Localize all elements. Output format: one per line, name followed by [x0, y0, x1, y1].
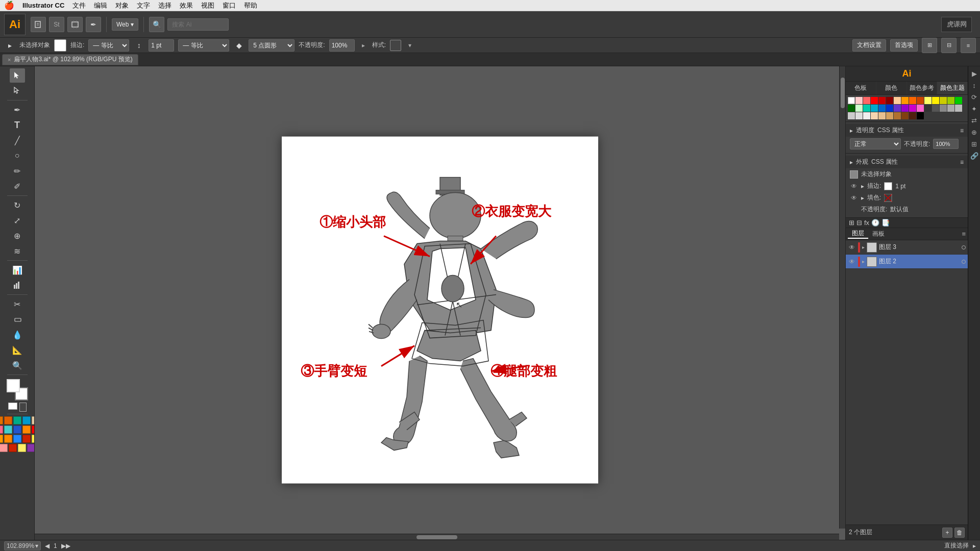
type-tool[interactable]: T [10, 118, 25, 132]
cswatch-16[interactable] [863, 105, 870, 112]
cswatch-33[interactable] [878, 112, 886, 119]
cswatch-27[interactable] [947, 105, 954, 112]
layer3-select-dot[interactable] [962, 245, 966, 249]
cswatch-31[interactable] [863, 112, 870, 119]
hscroll-thumb[interactable] [416, 535, 457, 539]
paint-brush-tool[interactable]: ✏ [10, 164, 25, 178]
cswatch-32[interactable] [871, 112, 878, 119]
layer-item-2[interactable]: 👁 ▸ 图层 2 [846, 255, 968, 269]
zoom-arrow[interactable]: ▾ [35, 542, 38, 549]
cswatch-20[interactable] [894, 105, 901, 112]
cswatch-11[interactable] [940, 97, 947, 104]
document-tab[interactable]: × 扁平人物3.ai* @ 102.89% (RGB/GPU 预览) [2, 54, 138, 65]
cswatch-30[interactable] [855, 112, 863, 119]
strip-icon-5[interactable]: ⇄ [969, 115, 979, 126]
zoom-display[interactable]: 102.899% ▾ [4, 541, 41, 550]
cswatch-10[interactable] [932, 97, 939, 104]
cswatch-7[interactable] [909, 97, 916, 104]
fill-color-swatch[interactable] [884, 194, 892, 202]
tab-color[interactable]: 颜色 [876, 82, 907, 94]
layer3-expand[interactable]: ▸ [862, 244, 865, 250]
horizontal-scrollbar[interactable] [35, 534, 839, 540]
cswatch-21[interactable] [901, 105, 909, 112]
stroke-color-swatch[interactable] [884, 182, 892, 190]
menu-file[interactable]: 文件 [72, 1, 86, 10]
menu-view[interactable]: 视图 [201, 1, 214, 10]
strip-icon-8[interactable]: 🔗 [969, 151, 979, 161]
expand-arrow[interactable]: ▸ [861, 183, 864, 190]
points-shape-select[interactable]: 5 点圆形 [249, 39, 295, 52]
cswatch-14[interactable] [848, 105, 855, 112]
swatch-orange4[interactable] [4, 435, 12, 443]
menu-object[interactable]: 对象 [115, 1, 129, 10]
swatch-darkred[interactable] [22, 435, 31, 443]
cswatch-15[interactable] [855, 105, 863, 112]
swatch-pink[interactable] [0, 425, 3, 434]
cswatch-19[interactable] [886, 105, 893, 112]
menu-select[interactable]: 选择 [158, 1, 172, 10]
tool-arrow[interactable]: ▸ [973, 542, 976, 549]
menu-window[interactable]: 窗口 [223, 1, 236, 10]
style-swatch[interactable] [390, 40, 401, 51]
cswatch-12[interactable] [947, 97, 954, 104]
graph-tool[interactable]: 📊 [10, 263, 25, 277]
cswatch-34[interactable] [886, 112, 893, 119]
arrange-icon[interactable]: ⊞ [922, 38, 937, 53]
vertical-scrollbar[interactable] [839, 66, 845, 529]
fg-bg-colors[interactable] [7, 379, 28, 400]
swatch-amber[interactable] [22, 425, 31, 434]
cswatch-28[interactable] [955, 105, 962, 112]
zoom-tool[interactable]: 🔍 [10, 358, 25, 372]
cswatch-9[interactable] [924, 97, 932, 104]
pencil-tool[interactable]: ✐ [10, 179, 25, 193]
new-layer-btn[interactable]: + [942, 528, 952, 538]
menu-edit[interactable]: 编辑 [94, 1, 107, 10]
swatch-purple[interactable] [27, 444, 35, 452]
cswatch-2[interactable] [871, 97, 878, 104]
page-nav-prev[interactable]: ◀ [45, 542, 50, 549]
swatch-lightpink[interactable] [0, 444, 8, 452]
artboard-btn[interactable] [67, 17, 83, 32]
cswatch-37[interactable] [909, 112, 916, 119]
cswatch-23[interactable] [917, 105, 924, 112]
ai-side-panel-icon[interactable]: Ai [846, 66, 968, 82]
strip-icon-1[interactable]: ▶ [969, 68, 979, 79]
blend-mode-select[interactable]: 正常 [850, 138, 901, 149]
bar-chart-tool[interactable] [10, 278, 25, 292]
layers-menu[interactable]: ≡ [962, 230, 966, 238]
menu-help[interactable]: 帮助 [244, 1, 257, 10]
layer2-select-dot[interactable] [962, 260, 966, 264]
strip-icon-6[interactable]: ⊕ [969, 127, 979, 137]
layer2-eye[interactable]: 👁 [848, 258, 856, 266]
fill-eye[interactable]: 👁 [850, 194, 858, 202]
swatch-blue2[interactable] [13, 435, 21, 443]
stroke-select[interactable]: — 等比 [88, 39, 129, 52]
layer-item-3[interactable]: 👁 ▸ 图层 3 [846, 240, 968, 255]
direct-selection-tool[interactable] [10, 84, 25, 98]
transparency-expand[interactable]: ▸ [850, 127, 853, 134]
cswatch-25[interactable] [932, 105, 939, 112]
cswatch-8[interactable] [917, 97, 924, 104]
swatch-blue[interactable] [22, 416, 31, 424]
cswatch-black[interactable] [917, 112, 924, 119]
symbol-btn[interactable]: St [49, 17, 64, 32]
search-icon-btn[interactable]: 🔍 [149, 17, 164, 32]
menu-effects[interactable]: 效果 [180, 1, 193, 10]
cswatch-18[interactable] [878, 105, 886, 112]
cswatch-5[interactable] [894, 97, 901, 104]
cswatch-3[interactable] [878, 97, 886, 104]
layer-icon-5[interactable]: 📑 [881, 219, 890, 227]
cswatch-26[interactable] [940, 105, 947, 112]
cswatch-white[interactable] [848, 97, 855, 104]
cswatch-24[interactable] [924, 105, 932, 112]
swatch-red2[interactable] [9, 444, 17, 452]
swatch-orange3[interactable] [0, 435, 3, 443]
puppet-warp-tool[interactable]: ⊕ [10, 229, 25, 243]
slice-tool[interactable]: ✂ [10, 297, 25, 311]
layer-icon-2[interactable]: ⊟ [856, 219, 862, 227]
scroll-thumb[interactable] [841, 78, 845, 108]
cswatch-36[interactable] [901, 112, 909, 119]
opacity-input[interactable] [329, 39, 355, 52]
cswatch-29[interactable] [848, 112, 855, 119]
measure-tool[interactable]: 📐 [10, 343, 25, 357]
